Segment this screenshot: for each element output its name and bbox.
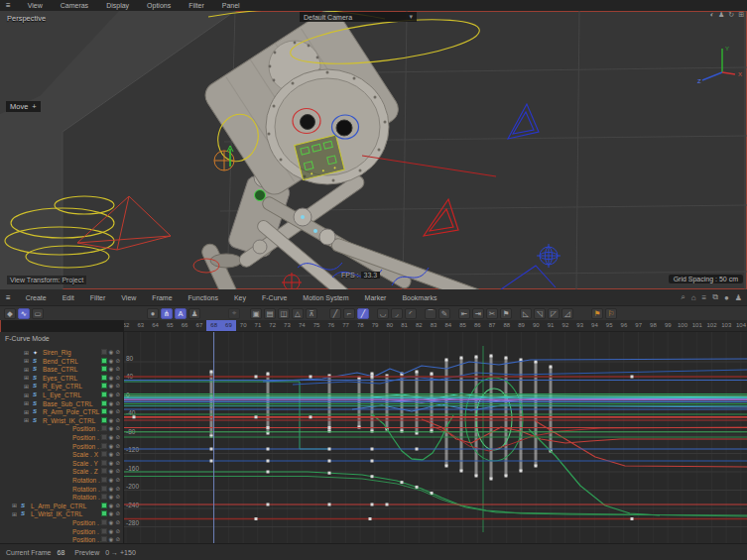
mute-icon[interactable]: ⊘ xyxy=(115,536,120,542)
mute-icon[interactable]: ⊘ xyxy=(115,400,120,406)
solo-icon[interactable]: ◉ xyxy=(109,528,114,534)
solo-icon[interactable]: ◉ xyxy=(109,392,114,397)
ramp-c-icon[interactable]: ◸ xyxy=(548,308,560,319)
expander-icon[interactable]: ⊞ xyxy=(24,357,29,364)
mute-icon[interactable]: ⊘ xyxy=(115,349,120,355)
ramp-d-icon[interactable]: ◿ xyxy=(561,308,573,319)
ease-icon[interactable]: ◡ xyxy=(377,308,389,319)
track-color-swatch[interactable] xyxy=(101,349,107,355)
user-icon[interactable]: ♟ xyxy=(735,293,742,302)
marker-add-icon[interactable]: ⚑ xyxy=(591,308,603,319)
mute-icon[interactable]: ⊘ xyxy=(115,358,120,364)
track-color-swatch[interactable] xyxy=(101,366,107,372)
solo-icon[interactable]: ◉ xyxy=(109,451,114,457)
mute-icon[interactable]: ⊘ xyxy=(115,375,120,381)
expander-icon[interactable]: ⊞ xyxy=(24,416,29,423)
expander-icon[interactable]: ⊞ xyxy=(24,392,29,398)
axis-icon[interactable]: ⊼ xyxy=(306,308,317,319)
solo-icon[interactable]: ◉ xyxy=(109,417,114,423)
solo-icon[interactable]: ◉ xyxy=(109,425,114,431)
track-color-swatch[interactable] xyxy=(101,477,107,483)
track-color-swatch[interactable] xyxy=(101,494,107,500)
expander-icon[interactable]: ⊞ xyxy=(24,349,29,356)
clipboard-icon[interactable]: ▤ xyxy=(264,308,276,319)
solo-icon[interactable]: ◉ xyxy=(109,460,114,466)
expander-icon[interactable]: ⊞ xyxy=(12,510,17,517)
solo-icon[interactable]: ◉ xyxy=(109,486,114,492)
solo-icon[interactable]: ◉ xyxy=(109,503,114,508)
spline-icon[interactable]: ╱ xyxy=(357,308,369,319)
track-color-swatch[interactable] xyxy=(101,400,107,406)
track-color-swatch[interactable] xyxy=(101,434,107,440)
track-color-swatch[interactable] xyxy=(101,468,107,474)
solo-icon[interactable]: ◉ xyxy=(109,468,114,474)
mute-icon[interactable]: ⊘ xyxy=(115,417,120,423)
ramp-a-icon[interactable]: ◺ xyxy=(520,308,532,319)
pen-icon[interactable]: ✎ xyxy=(438,308,450,319)
menu-options[interactable]: Options xyxy=(138,2,180,9)
sphere-icon[interactable]: ● xyxy=(724,293,729,302)
red-crosshair-control[interactable] xyxy=(282,273,302,289)
blue-sphere-gizmo[interactable] xyxy=(537,244,560,268)
track-color-swatch[interactable] xyxy=(101,451,107,457)
mute-icon[interactable]: ⊘ xyxy=(115,451,120,457)
timeline-menu-bookmarks[interactable]: Bookmarks xyxy=(394,294,444,301)
solo-icon[interactable]: ◉ xyxy=(109,434,114,440)
mute-icon[interactable]: ⊘ xyxy=(115,392,120,397)
timeline-menu-marker[interactable]: Marker xyxy=(357,294,395,301)
filter-icon[interactable]: ≡ xyxy=(702,293,707,302)
record-icon[interactable]: ▣ xyxy=(250,308,262,319)
expander-icon[interactable]: ⊞ xyxy=(24,374,29,381)
solo-icon[interactable]: ◉ xyxy=(109,383,114,389)
viewport-canvas[interactable]: Z Y X xyxy=(0,11,747,289)
fcurve-canvas[interactable]: 80400-40-80-120-160-200-240-280 xyxy=(124,332,747,543)
flag-icon[interactable]: ⚑ xyxy=(500,308,512,319)
animated-filter-icon[interactable]: A xyxy=(175,308,187,319)
mute-icon[interactable]: ⊘ xyxy=(115,510,120,516)
solo-icon[interactable]: ◉ xyxy=(109,375,114,381)
blue-triangle-control[interactable] xyxy=(501,104,556,289)
linear-icon[interactable]: ╱ xyxy=(329,308,341,319)
ease-out-icon[interactable]: ◜ xyxy=(405,308,417,319)
solo-icon[interactable]: ◉ xyxy=(109,510,114,516)
marker-edit-icon[interactable]: ⚐ xyxy=(605,308,617,319)
hamburger-icon[interactable]: ≡ xyxy=(6,1,11,10)
search-icon[interactable]: ⌕ xyxy=(681,292,685,302)
solo-icon[interactable]: ◉ xyxy=(109,400,114,406)
menu-filter[interactable]: Filter xyxy=(180,2,213,9)
red-triangle-control[interactable] xyxy=(424,199,458,236)
hierarchy-filter-icon[interactable]: ⋔ xyxy=(161,308,173,319)
track-color-swatch[interactable] xyxy=(101,503,107,508)
solo-icon[interactable]: ◉ xyxy=(109,477,114,483)
timeline-menu-key[interactable]: Key xyxy=(226,294,254,301)
orange-gizmo[interactable] xyxy=(214,151,234,170)
solo-icon[interactable]: ◉ xyxy=(109,494,114,500)
key-mode-icon[interactable]: ◆ xyxy=(4,308,16,319)
solo-icon[interactable]: ◉ xyxy=(109,358,114,364)
timeline-menu-create[interactable]: Create xyxy=(18,294,55,301)
ghost-icon[interactable]: ◫ xyxy=(278,308,290,319)
mute-icon[interactable]: ⊘ xyxy=(115,460,120,466)
camera-dropdown[interactable]: Default Camera ▾ xyxy=(300,12,417,22)
track-color-swatch[interactable] xyxy=(101,536,107,542)
character-filter-icon[interactable]: ♟ xyxy=(188,308,200,319)
mute-icon[interactable]: ⊘ xyxy=(115,528,120,534)
timeline-menu-edit[interactable]: Edit xyxy=(55,294,82,301)
mute-icon[interactable]: ⊘ xyxy=(115,425,120,431)
viewport-view-label[interactable]: Perspective xyxy=(7,14,46,23)
popout-icon[interactable]: ⧉ xyxy=(712,292,718,302)
mute-icon[interactable]: ⊘ xyxy=(115,503,120,508)
track-color-swatch[interactable] xyxy=(101,460,107,466)
history-icon[interactable]: ↻ xyxy=(728,11,734,19)
solo-icon[interactable]: ◉ xyxy=(109,349,114,355)
expander-icon[interactable]: ⊞ xyxy=(24,366,29,373)
motion-mode-icon[interactable]: ▭ xyxy=(32,308,44,319)
track-color-swatch[interactable] xyxy=(101,375,107,381)
timeline-menu-view[interactable]: View xyxy=(113,294,144,301)
expander-icon[interactable]: ⊞ xyxy=(12,502,17,508)
menu-cameras[interactable]: Cameras xyxy=(52,2,97,9)
track-color-swatch[interactable] xyxy=(101,417,107,423)
solo-icon[interactable]: ◉ xyxy=(109,443,114,449)
mute-icon[interactable]: ⊘ xyxy=(115,477,120,483)
menu-view[interactable]: View xyxy=(19,2,52,9)
